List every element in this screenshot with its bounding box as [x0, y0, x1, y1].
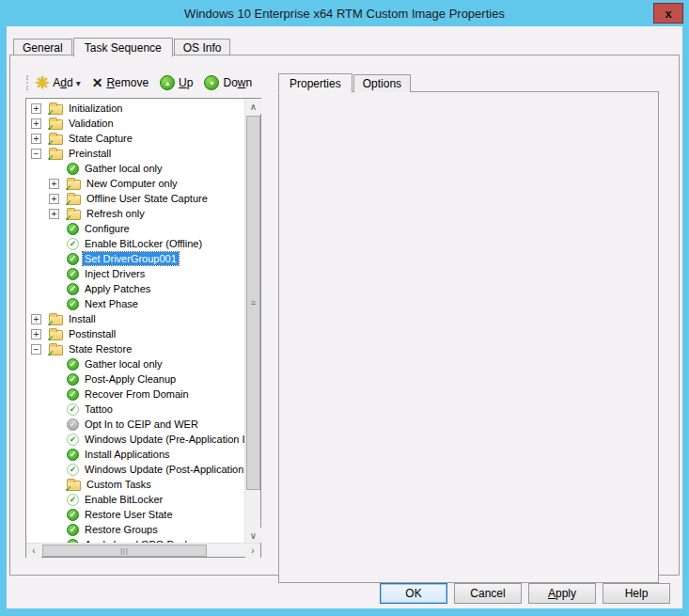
- tree-item-label: Recover From Domain: [83, 387, 191, 401]
- folder-icon: ✓: [49, 315, 63, 325]
- tree-item-label: Validation: [67, 117, 116, 130]
- add-icon: ✳: [36, 73, 49, 93]
- status-check-icon: ✓: [67, 223, 79, 235]
- chevron-down-icon[interactable]: ▾: [76, 78, 81, 88]
- add-button[interactable]: ✳Add▾: [36, 73, 81, 93]
- tree-item-install[interactable]: +✓Install: [26, 311, 244, 326]
- tree-rows: +✓Initialization+✓Validation+✓State Capt…: [26, 99, 244, 543]
- scroll-left-icon[interactable]: ‹: [26, 544, 41, 558]
- close-icon: x: [665, 7, 671, 21]
- tree-vertical-scrollbar[interactable]: ∧ ≡ ∨: [244, 99, 260, 543]
- tree-item-state-capture[interactable]: +✓State Capture: [26, 131, 244, 146]
- tree-item-enable-bitlocker[interactable]: ✓Enable BitLocker: [26, 492, 244, 507]
- status-check-icon: ✓: [67, 434, 79, 446]
- expand-icon[interactable]: +: [31, 103, 41, 114]
- expand-icon[interactable]: +: [49, 209, 59, 219]
- horizontal-scroll-thumb[interactable]: |||: [42, 545, 207, 557]
- collapse-icon[interactable]: −: [31, 344, 41, 355]
- folder-icon: ✓: [49, 119, 63, 130]
- tree-item-initialization[interactable]: +✓Initialization: [26, 101, 244, 116]
- tree-item-set-drivergroup001[interactable]: ✓Set DriverGroup001: [26, 251, 244, 266]
- status-check-icon: ✓: [67, 358, 79, 371]
- status-check-icon: ✓: [67, 494, 79, 506]
- expand-icon[interactable]: +: [49, 179, 59, 189]
- tree-item-configure[interactable]: ✓Configure: [26, 221, 244, 236]
- main-tab-strip: GeneralTask SequenceOS Info: [13, 37, 230, 56]
- status-check-icon: ✓: [67, 238, 79, 250]
- tree-item-tattoo[interactable]: ✓Tattoo: [26, 402, 244, 417]
- tree-item-opt-in-to-ceip-and-wer[interactable]: ✓Opt In to CEIP and WER: [26, 417, 244, 432]
- tree-item-custom-tasks[interactable]: ✓Custom Tasks: [26, 477, 244, 492]
- status-check-icon: ✓: [67, 163, 79, 175]
- scroll-right-icon[interactable]: ›: [245, 544, 260, 558]
- close-button[interactable]: x: [653, 3, 683, 24]
- up-button[interactable]: ▲Up: [160, 75, 193, 90]
- tree-item-apply-patches[interactable]: ✓Apply Patches: [26, 281, 244, 296]
- tree-item-label: Inject Drivers: [83, 267, 147, 280]
- tree-item-restore-user-state[interactable]: ✓Restore User State: [26, 507, 244, 522]
- expand-icon[interactable]: +: [31, 329, 41, 340]
- tree-item-label: Opt In to CEIP and WER: [83, 418, 200, 431]
- folder-icon: ✓: [67, 195, 81, 205]
- thumb-grip-icon: |||: [120, 547, 128, 554]
- folder-icon: ✓: [67, 210, 81, 220]
- status-check-icon: ✓: [67, 524, 79, 536]
- tree-toolbar: ✳Add▾✕Remove▲Up▼Down: [26, 72, 263, 93]
- collapse-icon[interactable]: −: [31, 149, 41, 159]
- expand-icon[interactable]: +: [31, 314, 41, 324]
- add-label: Add: [53, 76, 72, 89]
- scroll-down-icon[interactable]: ∨: [245, 528, 261, 543]
- tree-horizontal-scrollbar[interactable]: ‹ ||| ›: [26, 543, 260, 557]
- tree-item-label: Restore User State: [83, 508, 175, 521]
- remove-label: Remove: [106, 76, 149, 89]
- remove-button[interactable]: ✕Remove: [92, 75, 149, 90]
- status-check-icon: ✓: [67, 253, 79, 265]
- tab-properties[interactable]: Properties: [278, 73, 352, 93]
- tree-item-postinstall[interactable]: +✓Postinstall: [26, 326, 244, 341]
- tree-item-label: Offline User State Capture: [85, 192, 210, 205]
- ok-button[interactable]: OK: [380, 583, 447, 604]
- tree-item-refresh-only[interactable]: +✓Refresh only: [26, 206, 244, 221]
- tree-item-next-phase[interactable]: ✓Next Phase: [26, 296, 244, 311]
- tree-item-label: Postinstall: [67, 327, 117, 340]
- tree-item-restore-groups[interactable]: ✓Restore Groups: [26, 522, 244, 537]
- tree-item-offline-user-state-capture[interactable]: +✓Offline User State Capture: [26, 191, 244, 206]
- tree-item-post-apply-cleanup[interactable]: ✓Post-Apply Cleanup: [26, 371, 244, 387]
- tree-item-windows-update-pre-application-inst[interactable]: ✓Windows Update (Pre-Application Inst: [26, 432, 244, 447]
- tree-item-validation[interactable]: +✓Validation: [26, 116, 244, 131]
- properties-tab-page: [278, 91, 659, 583]
- help-button[interactable]: Help: [603, 583, 670, 604]
- status-check-icon: ✓: [67, 419, 79, 431]
- tree-item-windows-update-post-application-ins[interactable]: ✓Windows Update (Post-Application Ins: [26, 462, 244, 477]
- tree-item-gather-local-only[interactable]: ✓Gather local only: [26, 161, 244, 176]
- remove-icon: ✕: [92, 75, 103, 90]
- down-button[interactable]: ▼Down: [204, 75, 252, 90]
- expand-icon[interactable]: +: [31, 118, 41, 129]
- tree-item-inject-drivers[interactable]: ✓Inject Drivers: [26, 266, 244, 281]
- scroll-up-icon[interactable]: ∧: [245, 99, 261, 114]
- toolbar-grip-icon: [26, 75, 29, 90]
- folder-icon: ✓: [49, 330, 63, 340]
- tree-item-recover-from-domain[interactable]: ✓Recover From Domain: [26, 387, 244, 402]
- tab-options[interactable]: Options: [353, 74, 411, 92]
- tree-item-label: Install Applications: [83, 448, 172, 461]
- cancel-button[interactable]: Cancel: [454, 583, 522, 604]
- expand-icon[interactable]: +: [31, 134, 41, 144]
- tree-item-enable-bitlocker-offline[interactable]: ✓Enable BitLocker (Offline): [26, 236, 244, 251]
- tree-item-state-restore[interactable]: −✓State Restore: [26, 341, 244, 356]
- vertical-scroll-thumb[interactable]: ≡: [246, 116, 260, 490]
- folder-icon: ✓: [49, 150, 63, 160]
- tree-item-new-computer-only[interactable]: +✓New Computer only: [26, 176, 244, 191]
- tree-item-preinstall[interactable]: −✓Preinstall: [26, 146, 244, 161]
- tab-task-sequence[interactable]: Task Sequence: [73, 38, 173, 57]
- expand-icon[interactable]: +: [49, 194, 59, 204]
- tree-item-label: Enable BitLocker: [83, 493, 164, 506]
- tree-item-label: New Computer only: [85, 177, 180, 190]
- folder-icon: ✓: [49, 104, 63, 115]
- tree-item-gather-local-only[interactable]: ✓Gather local only: [26, 356, 244, 371]
- apply-button[interactable]: Apply: [528, 583, 596, 604]
- status-check-icon: ✓: [67, 449, 79, 461]
- tree-item-label: Tattoo: [83, 403, 115, 416]
- window-title: Windows 10 Enterprise x64 RTM Custom Ima…: [184, 7, 505, 21]
- tree-item-install-applications[interactable]: ✓Install Applications: [26, 447, 244, 462]
